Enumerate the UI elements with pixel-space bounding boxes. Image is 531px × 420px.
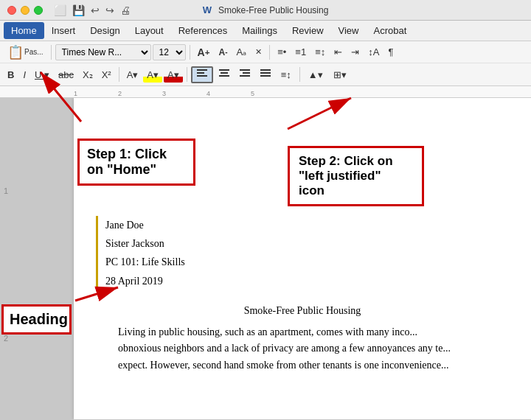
menu-insert[interactable]: Insert (44, 22, 83, 39)
svg-rect-12 (260, 69, 271, 71)
step2-annotation: Step 2: Click on"left justified"icon (288, 146, 424, 206)
show-hide-button[interactable]: ¶ (384, 44, 397, 60)
close-button[interactable] (7, 6, 16, 15)
save-icon[interactable]: 💾 (72, 4, 85, 16)
svg-rect-5 (221, 72, 228, 74)
page-number-1: 1 (4, 186, 8, 195)
sort-button[interactable]: ↕A (364, 44, 383, 60)
print-icon[interactable]: 🖨 (120, 4, 131, 16)
align-left-button[interactable] (191, 66, 213, 83)
italic-button[interactable]: I (19, 67, 30, 83)
multilevel-list-button[interactable]: ≡↕ (311, 44, 329, 60)
menu-design[interactable]: Design (83, 22, 127, 39)
author-name: Jane Doe (105, 216, 509, 234)
document-content: Jane Doe Sister Jackson PC 101: Life Ski… (96, 209, 509, 374)
menu-mailings[interactable]: Mailings (235, 22, 285, 39)
course-name: PC 101: Life Skills (105, 253, 509, 271)
font-shrink-button[interactable]: A- (215, 45, 232, 60)
underline-button[interactable]: U ▾ (31, 67, 53, 83)
svg-rect-13 (260, 72, 271, 74)
svg-rect-14 (260, 75, 271, 77)
maximize-button[interactable] (34, 6, 43, 15)
body-paragraph-2: obnoxious neighbors and a lack of privac… (96, 340, 509, 357)
font-size-select[interactable]: 12 (153, 44, 186, 60)
font-grow-button[interactable]: A+ (194, 44, 214, 60)
menu-review[interactable]: Review (285, 22, 331, 39)
svg-rect-6 (219, 75, 229, 77)
ruler: 1 2 3 4 5 (0, 86, 531, 98)
word-icon: W (203, 4, 212, 15)
heading-label: Heading (10, 311, 68, 327)
window-title: W Smoke-Free Public Housing (203, 4, 329, 15)
menu-acrobat[interactable]: Acrobat (366, 22, 414, 39)
align-right-button[interactable] (235, 67, 254, 83)
doc-header: Jane Doe Sister Jackson PC 101: Life Ski… (96, 216, 509, 290)
ruler-marks: 1 2 3 4 5 (74, 86, 531, 97)
app-title: Smoke-Free Public Housing (218, 5, 328, 15)
content-area: 1 2 Heading Step 1: Clickon "Home" Step … (0, 98, 531, 419)
date-line: 28 April 2019 (105, 272, 509, 290)
svg-rect-10 (240, 75, 250, 77)
body-paragraph-1: Living in public housing, such as an apa… (96, 324, 509, 340)
professor-name: Sister Jackson (105, 234, 509, 253)
redo-icon[interactable]: ↪ (105, 4, 114, 16)
toolbar: 📋 Pas... Times New R... 12 A+ A- Aₐ ✕ ≡•… (0, 41, 531, 86)
step2-text: Step 2: Click on"left justified"icon (299, 154, 393, 197)
step1-text: Step 1: Clickon "Home" (87, 147, 167, 177)
numbered-list-button[interactable]: ≡1 (291, 44, 310, 60)
subscript-button[interactable]: X₂ (79, 67, 97, 83)
strikethrough-button[interactable]: abc (55, 67, 77, 83)
decrease-indent-button[interactable]: ⇤ (330, 44, 346, 60)
sep-5 (187, 67, 187, 82)
borders-button[interactable]: ⊞▾ (329, 67, 351, 83)
menu-references[interactable]: References (171, 22, 235, 39)
bullet-list-button[interactable]: ≡• (274, 44, 290, 60)
document-page[interactable]: Step 1: Clickon "Home" Step 2: Click on"… (74, 98, 531, 419)
bold-button[interactable]: B (4, 67, 18, 83)
clear-format-button[interactable]: ✕ (251, 45, 266, 59)
svg-rect-1 (197, 72, 204, 74)
sidebar-toggle-icon[interactable]: ⬜ (54, 4, 66, 16)
menu-home[interactable]: Home (4, 22, 44, 39)
undo-icon[interactable]: ↩ (91, 4, 100, 16)
step1-annotation: Step 1: Clickon "Home" (77, 139, 195, 186)
document-title: Smoke-Free Public Housing (96, 305, 509, 317)
toolbar-row-1: 📋 Pas... Times New R... 12 A+ A- Aₐ ✕ ≡•… (0, 41, 531, 63)
sep-4 (119, 67, 119, 82)
svg-rect-9 (243, 72, 250, 74)
shading-button[interactable]: ▲▾ (304, 67, 327, 83)
highlight-button[interactable]: A▾ (143, 67, 162, 83)
font-color-button[interactable]: A▾ (164, 67, 183, 83)
line-spacing-button[interactable]: ≡↕ (277, 67, 296, 83)
svg-rect-8 (240, 69, 250, 71)
justify-button[interactable] (256, 67, 275, 83)
toolbar-row-2: B I U ▾ abc X₂ X² A▾ A▾ A▾ ≡↕ ▲▾ ⊞▾ (0, 63, 531, 85)
toolbar-icons: ⬜ 💾 ↩ ↪ 🖨 (54, 4, 131, 16)
sep-2 (190, 45, 190, 60)
left-margin: 1 2 Heading (0, 98, 74, 419)
minimize-button[interactable] (21, 6, 30, 15)
svg-rect-4 (219, 69, 229, 71)
svg-rect-2 (197, 75, 207, 77)
page-number-2: 2 (4, 334, 8, 343)
menu-bar: Home Insert Design Layout References Mai… (0, 21, 531, 41)
sep-6 (299, 67, 300, 82)
superscript-button[interactable]: X² (98, 67, 115, 83)
menu-view[interactable]: View (331, 22, 367, 39)
paste-button[interactable]: 📋 Pas... (4, 42, 47, 63)
heading-annotation-box: Heading (1, 304, 72, 335)
paste-label: Pas... (24, 48, 44, 56)
change-case-button[interactable]: Aₐ (233, 44, 251, 60)
sep-3 (269, 45, 270, 60)
align-center-button[interactable] (215, 67, 234, 83)
text-effect-button[interactable]: A▾ (123, 67, 142, 83)
sep-1 (51, 45, 52, 60)
svg-rect-0 (197, 69, 207, 71)
increase-indent-button[interactable]: ⇥ (347, 44, 363, 60)
traffic-lights (7, 6, 43, 15)
menu-layout[interactable]: Layout (128, 22, 171, 39)
title-bar: ⬜ 💾 ↩ ↪ 🖨 W Smoke-Free Public Housing (0, 0, 531, 21)
body-paragraph-3: expect. However, second hand smoke from … (96, 357, 509, 374)
font-name-select[interactable]: Times New R... (55, 44, 151, 60)
